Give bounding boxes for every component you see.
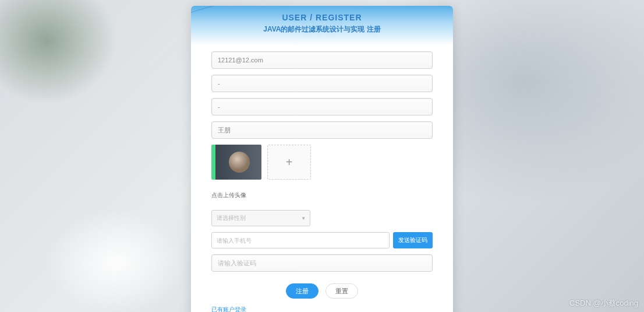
upload-hint-label: 点击上传头像 xyxy=(211,191,433,199)
email-field[interactable] xyxy=(211,51,433,69)
confirm-password-field[interactable] xyxy=(211,98,433,115)
gender-placeholder: 请选择性别 xyxy=(217,214,246,222)
page-title: USER / REGISTER xyxy=(191,13,453,22)
avatar-preview[interactable] xyxy=(211,145,261,180)
plus-icon: + xyxy=(286,156,293,169)
realname-field[interactable] xyxy=(211,121,433,139)
phone-row: 发送验证码 xyxy=(211,232,433,248)
captcha-field[interactable] xyxy=(211,254,433,272)
submit-button[interactable]: 注册 xyxy=(286,283,319,299)
password-field[interactable] xyxy=(211,75,433,92)
login-link[interactable]: 已有账户登录 xyxy=(211,306,246,312)
upload-add-box[interactable]: + xyxy=(267,145,311,180)
gender-select[interactable]: 请选择性别 ▾ xyxy=(211,210,310,226)
phone-field[interactable] xyxy=(211,232,390,248)
chevron-down-icon: ▾ xyxy=(302,215,305,221)
reset-button[interactable]: 重置 xyxy=(325,283,358,299)
avatar-upload-row: + xyxy=(211,145,433,180)
card-body: + 点击上传头像 请选择性别 ▾ ↖ 发送验证码 注册 重置 已有账户登录 xyxy=(191,45,453,312)
card-header: USER / REGISTER JAVA的邮件过滤系统设计与实现 注册 xyxy=(191,6,453,45)
page-subtitle: JAVA的邮件过滤系统设计与实现 注册 xyxy=(191,24,453,34)
action-buttons: 注册 重置 xyxy=(211,283,433,299)
register-card: USER / REGISTER JAVA的邮件过滤系统设计与实现 注册 + 点击… xyxy=(191,6,453,312)
watermark-text: CSDN @小蔡coding xyxy=(569,298,638,309)
send-code-button[interactable]: 发送验证码 xyxy=(393,232,433,248)
